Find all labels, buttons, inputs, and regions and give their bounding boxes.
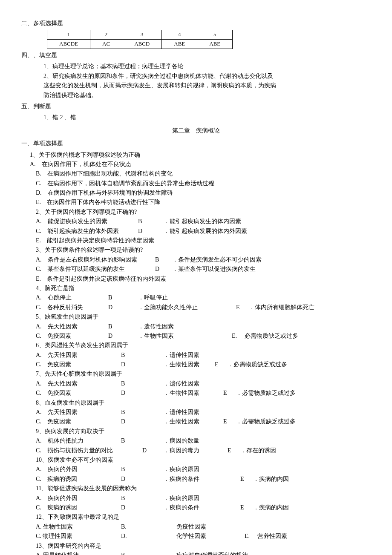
fill-1: 1、病理生理学总论；基本病理过程；病理生理学各论 (43, 62, 371, 71)
q4-el: E (236, 303, 249, 312)
q9-row1: A. 机体的抵抗力 B ．病因的数量 (36, 436, 371, 446)
q6-d: ．生物性因素 (164, 360, 215, 369)
q6-stem: 6、类风湿性关节炎发生的原因属于 (36, 341, 371, 350)
q8-dl: D (121, 417, 164, 426)
q12-dl: D. (121, 532, 176, 541)
q9-c: C. 损伤与抗损伤力量的对比 (36, 446, 142, 455)
td-3: ABCD (122, 40, 162, 49)
q13-row1: A. 因果转化规律 B. 疾病时自稳调节紊乱的规律 (36, 551, 371, 555)
th-2: 2 (90, 30, 122, 40)
q10-b: ．疾病的原因 (164, 465, 199, 474)
q7-e: ．必需物质缺乏或过多 (236, 388, 296, 398)
q1-a: A. 在病因作用下，机体处在不良状态 (30, 160, 371, 169)
q8-b: ．遗传性因素 (164, 408, 199, 417)
q4-dl: D (108, 303, 138, 312)
q11-a: A. 疾病的外因 (36, 494, 121, 503)
answer-table: 1 2 3 4 5 ABCDE AC ABCD ABE ABE (47, 30, 233, 49)
q11-b: ．疾病的原因 (164, 494, 199, 503)
q2-bl: B (138, 217, 164, 226)
judge-answers: 1、错 2 、错 (43, 113, 371, 122)
q11-row1: A. 疾病的外因 B ．疾病的原因 (36, 494, 371, 503)
q4-d: ．全脑功能永久性停止 (138, 303, 236, 312)
q6-b: ．遗传性因素 (164, 351, 199, 360)
q7-bl: B (121, 379, 164, 388)
q3-dl: D (155, 265, 172, 274)
q12-e: 营养性因素 (257, 532, 287, 541)
q8-row2: C. 免疫因素 D ．生物性因素 E ．必需物质缺乏或过多 (36, 417, 371, 426)
q2-b: ．能引起疾病发生的体内因素 (164, 217, 257, 226)
q8-c: C. 免疫因素 (36, 417, 121, 426)
q3-row1: A. 条件是左右疾病对机体的影响因素 B ．条件是疾病发生必不可少的因素 (36, 255, 371, 265)
q9-row2: C. 损伤与抗损伤力量的对比 D ．病因的毒力 E ．存在的诱因 (36, 446, 371, 455)
q12-el: E. (245, 532, 257, 541)
q1-c: C. 在病因作用下，因机体自稳调节紊乱而发生的异常生命活动过程 (36, 179, 371, 188)
q4-b: ．呼吸停止 (138, 293, 168, 302)
section-2-title: 二、多项选择题 (21, 19, 371, 28)
q5-dl: D (108, 331, 138, 341)
q2-d: ．能引起疾病发展的体内外因素 (164, 227, 257, 236)
q5-c: C. 免疫因素 (36, 331, 108, 341)
q10-a: A. 疾病的外因 (36, 465, 121, 474)
fill-2a: 2、研究疾病发生的原因和条件，研究疾病全过程中患病机体功能、代谢的动态变化以及 (43, 72, 371, 81)
q2-row1: A. 能促进疾病发生的因素 B ．能引起疾病发生的体内因素 (36, 217, 371, 226)
q13-stem: 13、病因学研究的内容是 (36, 541, 371, 551)
q7-c: C. 免疫因素 (36, 388, 121, 398)
q10-d: ．疾病的条件 (164, 474, 240, 484)
q3-a: A. 条件是左右疾病对机体的影响因素 (36, 255, 155, 265)
q6-a: A. 先天性因素 (36, 351, 121, 360)
q6-el: E (215, 360, 228, 369)
q4-stem: 4、脑死亡是指 (36, 284, 371, 293)
th-5: 5 (197, 30, 233, 40)
q11-el: E (240, 503, 253, 512)
q13-bl: B. (121, 551, 176, 555)
q5-stem: 5、缺氧发生的原因属于 (36, 312, 371, 322)
q11-stem: 11、能够促进疾病发生发展的因素称为 (36, 484, 371, 493)
q2-row2: C. 能引起疾病发生的体外因素 D ．能引起疾病发展的体内外因素 (36, 227, 371, 236)
th-1: 1 (47, 30, 90, 40)
q7-dl: D (121, 388, 164, 398)
q7-d: ．生物性因素 (164, 388, 223, 398)
q10-bl: B (121, 465, 164, 474)
q10-e: ．疾病的内因 (253, 474, 289, 484)
td-4: ABE (162, 40, 197, 49)
q12-b: 免疫性因素 (176, 522, 206, 532)
q9-e: ．存在的诱因 (240, 446, 276, 455)
q10-row1: A. 疾病的外因 B ．疾病的原因 (36, 465, 371, 474)
q1-stem: 1、关于疾病的概念下列哪项叙述较为正确 (30, 150, 371, 160)
q12-row2: C. 物理性因素 D. 化学性因素 E. 营养性因素 (36, 532, 371, 541)
q4-row2: C. 各种反射消失 D ．全脑功能永久性停止 E ．体内所有细胞解体死亡 (36, 303, 371, 312)
q9-dl: D (142, 446, 164, 455)
q11-row2: C. 疾病的诱因 D ．疾病的条件 E ．疾病的内因 (36, 503, 371, 512)
q3-row2: C. 某些条件可以延缓疾病的发生 D ．某些条件可以促进疾病的发生 (36, 265, 371, 274)
q5-e: 必需物质缺乏或过多 (245, 331, 298, 341)
q7-b: ．遗传性因素 (164, 379, 199, 388)
q9-b: ．病因的数量 (164, 436, 199, 446)
q13-a: A. 因果转化规律 (36, 551, 121, 555)
q12-stem: 12、下列致病因素中最常见的是 (36, 512, 371, 522)
q5-el: E. (232, 331, 245, 341)
q13-b: 疾病时自稳调节紊乱的规律 (176, 551, 248, 555)
q6-c: C. 免疫因素 (36, 360, 121, 369)
td-1: ABCDE (47, 40, 90, 49)
q8-a: A. 先天性因素 (36, 408, 121, 417)
q3-e: E. 条件是引起疾病并决定该疾病特征的内外因素 (36, 274, 371, 284)
q5-d: ．生物性因素 (138, 331, 232, 341)
q1-e: E. 在病因作用下体内各种功能活动进行性下降 (36, 198, 371, 207)
chapter-title: 第二章 疾病概论 (21, 126, 371, 135)
q7-el: E (223, 388, 236, 398)
q7-stem: 7、先天性心脏病发生的原因属于 (36, 369, 371, 379)
q5-b: ．遗传性因素 (138, 322, 174, 331)
q9-bl: B (121, 436, 164, 446)
q10-el: E (240, 474, 253, 484)
section-1-title: 一、单项选择题 (21, 139, 371, 148)
q3-c: C. 某些条件可以延缓疾病的发生 (36, 265, 155, 274)
q7-a: A. 先天性因素 (36, 379, 121, 388)
q4-bl: B (108, 293, 138, 302)
q10-stem: 10、疾病发生必不可少的因素 (36, 455, 371, 465)
q3-bl: B (155, 255, 172, 265)
section-4-title: 四、、填空题 (21, 51, 371, 60)
q6-row1: A. 先天性因素 B ．遗传性因素 (36, 351, 371, 360)
q9-d: ．病因的毒力 (164, 446, 228, 455)
q9-a: A. 机体的抵抗力 (36, 436, 121, 446)
q6-bl: B (121, 351, 164, 360)
